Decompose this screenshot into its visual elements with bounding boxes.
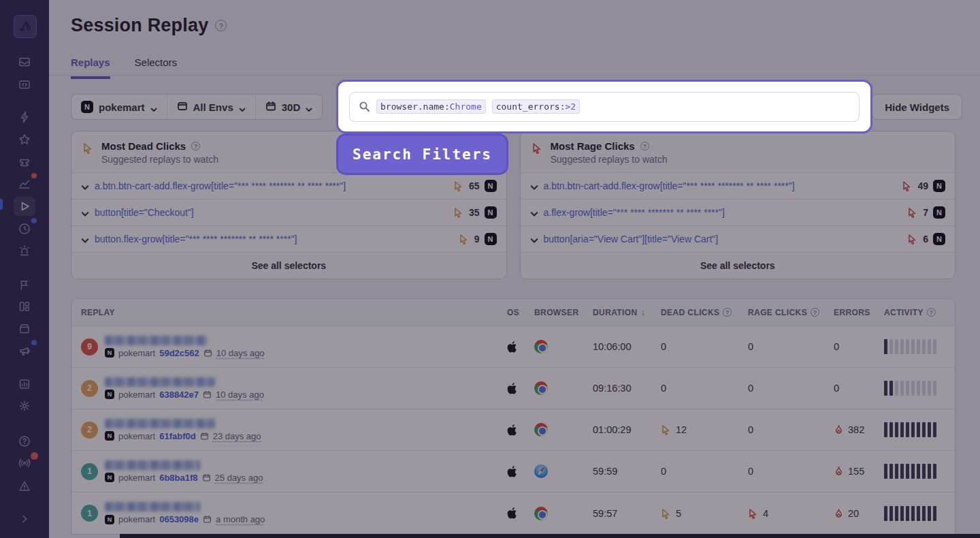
search-filters-spotlight: browser.name:Chrome count_errors:>2 [336, 80, 872, 133]
search-filters-tooltip: Search Filters [336, 133, 508, 175]
search-input[interactable]: browser.name:Chrome count_errors:>2 [349, 92, 860, 122]
search-icon [359, 101, 370, 112]
search-token-browser[interactable]: browser.name:Chrome [376, 99, 486, 114]
search-token-errors[interactable]: count_errors:>2 [492, 99, 580, 114]
